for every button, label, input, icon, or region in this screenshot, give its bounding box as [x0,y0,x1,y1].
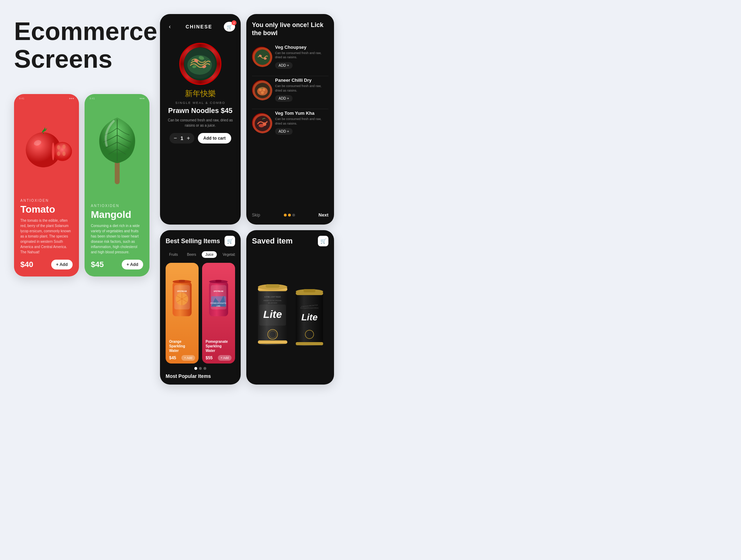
svg-text:BREWED IN THE ORIGINAL: BREWED IN THE ORIGINAL [263,300,282,301]
dot-active [194,367,197,370]
svg-text:Lite: Lite [301,312,318,322]
dot-1 [284,214,287,216]
plate-circle [179,43,221,85]
menu-item-name-2: Veg Tom Yum Kha [275,111,328,116]
svg-point-20 [255,49,270,65]
tomato-info: ANTIOXIDEN Tomato The tomato is the edib… [14,193,79,276]
svg-text:MILLER BEER: MILLER BEER [268,302,278,304]
menu-item-add-2[interactable]: ADD + [275,128,293,135]
page-title: Ecommerce Screens [14,18,112,73]
svg-point-30 [255,116,270,131]
svg-text:POMEGRANATE: POMEGRANATE [211,302,227,304]
cart-icon[interactable]: 🛒 2 [224,22,235,32]
svg-point-27 [262,88,265,91]
phone-status-tomato: 9:41●●● [14,94,79,100]
miller-can-1-illustration: Lite A FINE LIGHT BEER BREWED IN THE ORI… [255,280,290,350]
best-selling-card: Best Selling Items 🛒 Fruits Beers Juice … [160,230,241,385]
noodles-illustration [184,47,215,79]
svg-rect-38 [179,280,185,282]
mangold-description: Consuming a diet rich in a wide variety … [91,223,143,255]
filter-tabs: Fruits Beers Juice Vegetables [166,251,235,258]
dot-3 [292,214,295,216]
filter-juice[interactable]: Juice [202,251,217,258]
chinese-header: ‹ CHINESE 🛒 2 [160,14,241,39]
filter-vegetables[interactable]: Vegetables [219,251,235,258]
saved-image-area: Lite A FINE LIGHT BEER BREWED IN THE ORI… [252,251,328,379]
paneer-chilli-image [253,81,272,100]
cart-icon-best[interactable]: 🛒 [225,236,235,246]
next-button[interactable]: Next [319,212,328,218]
svg-rect-64 [303,289,315,292]
dot-inactive-2 [203,367,206,370]
cart-badge: 2 [232,20,236,25]
back-button[interactable]: ‹ [166,22,174,31]
svg-point-28 [261,91,264,94]
product-pink-add[interactable]: + Add [218,355,232,361]
tomato-image-area [14,100,79,193]
best-selling-header: Best Selling Items 🛒 [166,236,235,246]
tomato-price: $40 [20,260,33,269]
pagination-dots [284,214,295,216]
menu-item-info-0: Veg Choupsey Can be consumed fresh and r… [275,45,328,69]
add-to-cart-button[interactable]: Add to cart [198,133,231,144]
product-orange-add[interactable]: + Add [181,355,195,361]
product-pink-price: $55 [206,355,213,360]
mangold-category: ANTIOXIDEN [91,204,143,208]
filter-fruits[interactable]: Fruits [166,251,181,258]
veg-choupsey-image [253,47,272,67]
mangold-add-button[interactable]: + Add [122,260,143,269]
orange-can-illustration: UPSTREAM [169,279,195,321]
chinese-card: ‹ CHINESE 🛒 2 [160,14,241,225]
chinese-characters: 新年快樂 [167,88,234,99]
menu-item-2: Veg Tom Yum Kha Can be consumed fresh an… [252,111,328,135]
product-pink-info: Pomegranate Sparkling Water $55 + Add [202,336,235,364]
svg-point-26 [259,88,262,91]
svg-text:A FINE LIGHT BEER: A FINE LIGHT BEER [265,296,281,298]
svg-point-9 [57,151,60,156]
menu-footer: Skip Next [252,212,328,218]
dot-inactive-1 [199,367,202,370]
tomato-name: Tomato [20,204,73,215]
tomato-category: ANTIOXIDEN [20,199,73,202]
mangold-name: Mangold [91,209,143,220]
dish-image-veg-tom [252,113,272,133]
menu-headline: You only live once! Lick the bowl [252,21,328,38]
svg-rect-62 [296,342,323,345]
tomato-add-button[interactable]: + Add [51,260,73,269]
saved-header: Saved item 🛒 [252,236,328,246]
menu-item-info-2: Veg Tom Yum Kha Can be consumed fresh an… [275,111,328,135]
menu-item-name-1: Paneer Chilli Dry [275,78,328,83]
svg-point-10 [62,151,66,156]
saved-card: Saved item 🛒 [246,230,334,385]
chinese-title: CHINESE [180,19,218,34]
chinese-description: Can be consumed fresh and raw, dried as … [167,118,234,128]
svg-point-32 [263,122,266,126]
best-selling-title: Best Selling Items [166,238,220,245]
quantity-decrease[interactable]: − [174,135,177,141]
page-container: Ecommerce Screens 9:41●●● [14,14,727,385]
menu-item-add-1[interactable]: ADD + [275,95,293,102]
dot-2 [288,214,291,216]
dish-image-area [160,43,241,85]
svg-text:UPSTREAM: UPSTREAM [214,291,223,292]
menu-item-info-1: Paneer Chilli Dry Can be consumed fresh … [275,78,328,102]
svg-rect-47 [215,280,222,282]
phone-status-mangold: 9:41●●● [85,94,149,100]
svg-point-4 [53,142,72,161]
mangold-card: 9:41●●● [85,94,149,276]
products-row: UPSTREAM [166,263,235,364]
svg-rect-50 [258,340,287,344]
quantity-increase[interactable]: + [187,135,190,141]
filter-beers[interactable]: Beers [183,251,200,258]
dish-image-paneer-chilli [252,80,272,100]
skip-button[interactable]: Skip [252,213,260,218]
product-orange-name: Orange Sparkling Water [169,339,195,353]
menu-item-add-0[interactable]: ADD + [275,62,293,69]
cart-icon-saved[interactable]: 🛒 [318,236,328,246]
chinese-dish-name: Prawn Noodles $45 [167,107,234,115]
chinese-subtitle: SINGLE MEAL & COMBO [167,101,234,105]
product-pink: UPSTREAM POMEGRANATE LIME [202,263,235,364]
tomato-illustration [21,122,72,171]
menu-item-1: Paneer Chilli Dry Can be consumed fresh … [252,78,328,102]
dish-image-veg-choupsey [252,47,272,66]
